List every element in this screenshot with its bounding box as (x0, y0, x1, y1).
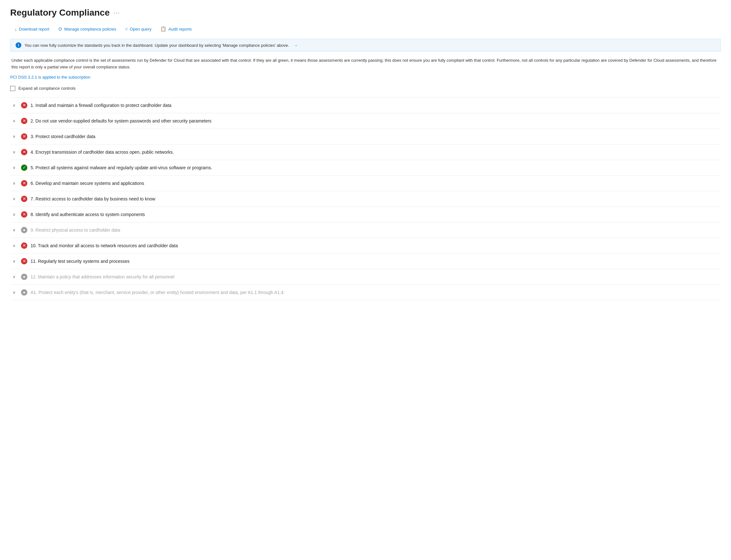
compliance-item-7[interactable]: ∨✕7. Restrict access to cardholder data … (10, 191, 721, 207)
audit-reports-button[interactable]: 📋 Audit reports (156, 24, 196, 34)
chevron-icon: ∨ (13, 275, 18, 279)
compliance-item-8[interactable]: ∨✕8. Identify and authenticate access to… (10, 207, 721, 222)
chevron-icon: ∨ (13, 197, 18, 201)
compliance-item-label: 11. Regularly test security systems and … (31, 259, 130, 264)
description-text: Under each applicable compliance control… (10, 57, 721, 71)
chevron-icon: ∨ (13, 228, 18, 232)
compliance-item-label: 3. Protect stored cardholder data (31, 134, 95, 139)
manage-compliance-button[interactable]: ⊙ Manage compliance policies (54, 24, 121, 34)
status-icon: ✕ (21, 102, 27, 109)
compliance-item-4[interactable]: ∨✕4. Encrypt transmission of cardholder … (10, 144, 721, 160)
chevron-icon: ∨ (13, 259, 18, 263)
compliance-item-label: 1. Install and maintain a firewall confi… (31, 103, 172, 108)
compliance-item-label: 5. Protect all systems against malware a… (31, 165, 212, 170)
chevron-icon: ∨ (13, 290, 18, 295)
expand-all-row: Expand all compliance controls (10, 86, 721, 91)
compliance-list: ∨✕1. Install and maintain a firewall con… (10, 97, 721, 300)
page-title-container: Regulatory Compliance ··· (10, 8, 721, 18)
status-icon: ✕ (21, 180, 27, 186)
status-icon: ✕ (21, 149, 27, 155)
info-banner: i You can now fully customize the standa… (10, 39, 721, 52)
status-icon: ✕ (21, 242, 27, 249)
compliance-item-label: 9. Restrict physical access to cardholde… (31, 227, 120, 233)
status-icon: ✕ (21, 118, 27, 124)
info-banner-arrow[interactable]: → (294, 43, 298, 48)
toolbar: ↓ Download report ⊙ Manage compliance po… (10, 24, 721, 34)
compliance-item-label: 2. Do not use vendor-supplied defaults f… (31, 118, 212, 123)
compliance-item-label: 8. Identify and authenticate access to s… (31, 212, 145, 217)
compliance-item-6[interactable]: ∨✕6. Develop and maintain secure systems… (10, 176, 721, 191)
compliance-item-2[interactable]: ∨✕2. Do not use vendor-supplied defaults… (10, 113, 721, 129)
expand-all-label: Expand all compliance controls (18, 86, 75, 91)
compliance-item-5[interactable]: ∨✓5. Protect all systems against malware… (10, 160, 721, 176)
chevron-icon: ∨ (13, 212, 18, 217)
status-icon: ✕ (21, 258, 27, 264)
compliance-item-3[interactable]: ∨✕3. Protect stored cardholder data (10, 129, 721, 144)
status-icon: ● (21, 227, 27, 233)
chevron-icon: ∨ (13, 134, 18, 139)
compliance-item-9[interactable]: ∨●9. Restrict physical access to cardhol… (10, 222, 721, 238)
status-icon: ✕ (21, 133, 27, 140)
compliance-item-label: 7. Restrict access to cardholder data by… (31, 196, 155, 201)
chevron-icon: ∨ (13, 181, 18, 185)
status-icon: ● (21, 274, 27, 280)
page-title: Regulatory Compliance (10, 8, 110, 18)
chevron-icon: ∨ (13, 243, 18, 248)
compliance-item-label: 6. Develop and maintain secure systems a… (31, 181, 144, 186)
compliance-item-label: A1. Protect each entity's (that is, merc… (31, 290, 285, 295)
compliance-item-label: 12. Maintain a policy that addresses inf… (31, 274, 174, 279)
chevron-icon: ∨ (13, 103, 18, 108)
status-icon: ✓ (21, 165, 27, 171)
compliance-item-label: 10. Track and monitor all access to netw… (31, 243, 178, 248)
status-icon: ✕ (21, 196, 27, 202)
chevron-icon: ∨ (13, 119, 18, 123)
compliance-item-12[interactable]: ∨●12. Maintain a policy that addresses i… (10, 269, 721, 285)
compliance-item-1[interactable]: ∨✕1. Install and maintain a firewall con… (10, 98, 721, 113)
page-title-ellipsis: ··· (114, 10, 120, 16)
audit-icon: 📋 (160, 26, 166, 32)
manage-icon: ⊙ (58, 26, 62, 32)
expand-all-checkbox[interactable] (10, 86, 15, 91)
download-report-button[interactable]: ↓ Download report (10, 25, 54, 34)
compliance-item-label: 4. Encrypt transmission of cardholder da… (31, 150, 174, 155)
info-icon: i (16, 42, 21, 48)
compliance-item-13[interactable]: ∨●A1. Protect each entity's (that is, me… (10, 285, 721, 300)
compliance-item-10[interactable]: ∨✕10. Track and monitor all access to ne… (10, 238, 721, 254)
download-icon: ↓ (15, 26, 17, 32)
status-icon: ● (21, 289, 27, 296)
chevron-icon: ∨ (13, 150, 18, 154)
status-icon: ✕ (21, 211, 27, 218)
chevron-icon: ∨ (13, 165, 18, 170)
compliance-item-11[interactable]: ∨✕11. Regularly test security systems an… (10, 254, 721, 269)
query-icon: ⑂ (125, 26, 128, 32)
subscription-link[interactable]: PCI DSS 3.2.1 is applied to the subscrip… (10, 75, 90, 80)
open-query-button[interactable]: ⑂ Open query (121, 25, 156, 34)
info-banner-text: You can now fully customize the standard… (25, 43, 289, 48)
